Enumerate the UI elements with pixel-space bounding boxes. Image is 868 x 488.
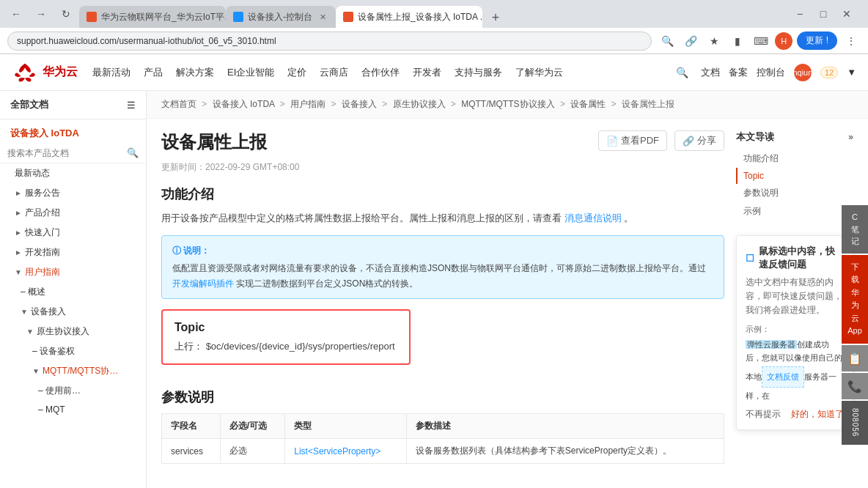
right-nav-topic[interactable]: Topic bbox=[736, 168, 853, 184]
breadcrumb-iotda[interactable]: 设备接入 IoTDA bbox=[213, 99, 275, 109]
params-section: 参数说明 字段名 必选/可选 类型 参数描述 se bbox=[161, 388, 724, 464]
huawei-logo bbox=[12, 61, 38, 84]
nav-link-9[interactable]: 了解华为云 bbox=[515, 66, 563, 79]
user-dropdown-icon[interactable]: ▼ bbox=[847, 67, 856, 78]
feedback-confirm-button[interactable]: 好的，知道了 bbox=[791, 408, 844, 421]
bookmark-icon[interactable]: ▮ bbox=[728, 32, 747, 51]
float-download-button[interactable]: 下载华为云App bbox=[842, 255, 868, 344]
sidebar-item-device-auth[interactable]: – 设备鉴权 bbox=[0, 341, 146, 361]
new-tab-button[interactable]: + bbox=[485, 7, 506, 28]
sidebar-search-input[interactable] bbox=[7, 148, 122, 158]
feedback-box: ☐ 鼠标选中内容，快速反馈问题 选中文档中有疑惑的内容，即可快速反馈问题，我们将… bbox=[736, 235, 853, 430]
browser-tab-1[interactable]: 华为云物联网平台_华为云IoT平… ✕ bbox=[79, 6, 226, 28]
feedback-example-text: 弹性云服务器创建成功后，您就可以像使用自己的本地文档反馈服务器一样，在 bbox=[746, 338, 844, 403]
feedback-highlight: 弹性云服务器 bbox=[746, 340, 797, 349]
minimize-button[interactable]: − bbox=[790, 4, 809, 23]
nav-link-2[interactable]: 解决方案 bbox=[176, 66, 214, 79]
sidebar-item-userguide[interactable]: ▼ 用户指南 bbox=[0, 262, 146, 282]
breadcrumb-device-attr[interactable]: 设备属性 bbox=[570, 99, 606, 109]
sidebar-item-news[interactable]: 最新动态 bbox=[0, 163, 146, 183]
page-layout: 全部文档 ☰ 设备接入 IoTDA 🔍 最新动态 ► 服务公告 ► 产品介绍 ►… bbox=[0, 91, 868, 488]
address-input[interactable] bbox=[7, 32, 652, 51]
sidebar-item-mqtt-label: MQTT/MQTTS协… bbox=[43, 365, 118, 377]
more-icon[interactable]: ⋮ bbox=[842, 32, 861, 51]
breadcrumb-native-proto[interactable]: 原生协议接入 bbox=[393, 99, 446, 109]
float-phone-button[interactable]: 📞 bbox=[842, 373, 868, 399]
topic-box: Topic 上行： $oc/devices/{device_id}/sys/pr… bbox=[161, 309, 411, 365]
intro-link[interactable]: 消息通信说明 bbox=[564, 212, 622, 223]
sidebar-menu-icon[interactable]: ☰ bbox=[127, 100, 136, 111]
extension-icon[interactable]: ⌨ bbox=[751, 32, 770, 51]
share-icon[interactable]: 🔗 bbox=[681, 32, 700, 51]
sidebar-item-mqtt[interactable]: ▼ MQTT/MQTTS协… bbox=[0, 361, 146, 381]
search-icon[interactable]: 🔍 bbox=[658, 32, 677, 51]
topic-direction: 上行： bbox=[174, 341, 203, 352]
sidebar-item-device-connect[interactable]: ▼ 设备接入 bbox=[0, 302, 146, 322]
nav-beian[interactable]: 备案 bbox=[729, 66, 748, 79]
feedback-title: ☐ 鼠标选中内容，快速反馈问题 bbox=[746, 245, 844, 271]
sidebar-item-mq[interactable]: – MQT bbox=[0, 401, 146, 418]
sidebar-item-overview-label: – 概述 bbox=[21, 286, 45, 298]
maximize-button[interactable]: □ bbox=[814, 4, 833, 23]
sidebar-item-native-proto[interactable]: ▼ 原生协议接入 bbox=[0, 322, 146, 341]
nav-console[interactable]: 控制台 bbox=[757, 66, 785, 79]
sidebar-item-announcements[interactable]: ► 服务公告 bbox=[0, 183, 146, 203]
browser-tab-2[interactable]: 设备接入-控制台 ✕ bbox=[226, 6, 336, 28]
float-notes-button[interactable]: C笔记 bbox=[842, 205, 868, 254]
right-nav-params[interactable]: 参数说明 bbox=[736, 184, 853, 202]
sidebar-item-before-use[interactable]: – 使用前… bbox=[0, 381, 146, 401]
top-navigation: 华为云 最新活动 产品 解决方案 EI企业智能 定价 云商店 合作伙伴 开发者 … bbox=[0, 54, 868, 91]
browser-tab-3[interactable]: 设备属性上报_设备接入 IoTDA ... ✕ bbox=[336, 6, 482, 28]
view-pdf-button[interactable]: 📄 查看PDF bbox=[598, 130, 667, 151]
user-avatar-browser[interactable]: H bbox=[775, 32, 792, 50]
close-button[interactable]: ✕ bbox=[837, 4, 856, 23]
nav-link-4[interactable]: 定价 bbox=[287, 66, 306, 79]
nav-link-8[interactable]: 支持与服务 bbox=[455, 66, 502, 79]
sidebar-item-products[interactable]: ► 产品介绍 bbox=[0, 203, 146, 223]
breadcrumb-userguide[interactable]: 用户指南 bbox=[290, 99, 326, 109]
sidebar-search-icon[interactable]: 🔍 bbox=[127, 147, 139, 158]
share-button[interactable]: 🔗 分享 bbox=[674, 130, 724, 151]
breadcrumb-mqtt[interactable]: MQTT/MQTTS协议接入 bbox=[461, 99, 554, 109]
right-nav-example[interactable]: 示例 bbox=[736, 202, 853, 221]
cell-type: List<ServiceProperty> bbox=[285, 439, 407, 464]
feedback-box-text[interactable]: 文档反馈 bbox=[762, 366, 804, 388]
user-badge: 12 bbox=[820, 67, 838, 78]
user-avatar-top[interactable]: hanqiunuo bbox=[794, 64, 812, 81]
sidebar-search-area: 🔍 bbox=[0, 143, 146, 163]
update-button[interactable]: 更新 ! bbox=[797, 32, 837, 50]
nav-docs[interactable]: 文档 bbox=[701, 66, 720, 79]
sidebar-item-devguide[interactable]: ► 开发指南 bbox=[0, 243, 146, 262]
tab-favicon-2 bbox=[233, 12, 243, 22]
nav-link-5[interactable]: 云商店 bbox=[320, 66, 348, 79]
view-pdf-label: 查看PDF bbox=[621, 134, 659, 147]
chevron-right-icon-2: ► bbox=[15, 209, 22, 217]
tab-close-2[interactable]: ✕ bbox=[317, 11, 328, 23]
float-copy-button[interactable]: 📋 bbox=[842, 345, 868, 371]
sidebar-item-quickstart[interactable]: ► 快速入门 bbox=[0, 223, 146, 243]
nav-link-0[interactable]: 最新活动 bbox=[92, 66, 130, 79]
info-box-content: 低配置且资源受限或者对网络流量有要求的设备，不适合直接构造JSON数据与物联网平… bbox=[172, 261, 713, 291]
doc-actions: 📄 查看PDF 🔗 分享 bbox=[598, 130, 724, 151]
forward-button[interactable]: → bbox=[31, 4, 51, 24]
nav-link-7[interactable]: 开发者 bbox=[413, 66, 441, 79]
type-link[interactable]: List<ServiceProperty> bbox=[294, 446, 380, 456]
info-box: ⓘ 说明： 低配置且资源受限或者对网络流量有要求的设备，不适合直接构造JSON数… bbox=[161, 235, 724, 299]
nav-link-3[interactable]: EI企业智能 bbox=[227, 66, 274, 79]
star-icon[interactable]: ★ bbox=[705, 32, 724, 51]
back-button[interactable]: ← bbox=[6, 4, 26, 24]
feedback-no-show-button[interactable]: 不再提示 bbox=[746, 408, 781, 421]
right-nav-intro[interactable]: 功能介绍 bbox=[736, 149, 853, 168]
cell-required: 必选 bbox=[220, 439, 284, 464]
info-box-link[interactable]: 开发编解码插件 bbox=[172, 278, 234, 289]
refresh-button[interactable]: ↻ bbox=[56, 4, 76, 24]
breadcrumb-device-connect[interactable]: 设备接入 bbox=[342, 99, 377, 109]
breadcrumb-home[interactable]: 文档首页 bbox=[161, 99, 196, 109]
sidebar-item-overview[interactable]: – 概述 bbox=[0, 282, 146, 302]
search-nav-icon[interactable]: 🔍 bbox=[673, 63, 692, 82]
nav-link-1[interactable]: 产品 bbox=[144, 66, 163, 79]
expand-icon[interactable]: » bbox=[848, 132, 853, 142]
browser-controls: ← → ↻ bbox=[6, 0, 76, 28]
nav-link-6[interactable]: 合作伙伴 bbox=[361, 66, 400, 79]
sidebar-item-device-auth-label: – 设备鉴权 bbox=[32, 345, 75, 358]
